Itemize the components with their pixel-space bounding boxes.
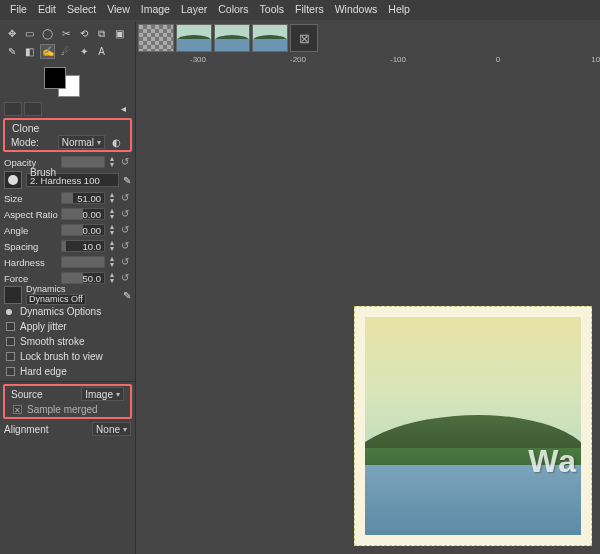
size-reset-icon[interactable]: ↺ xyxy=(119,192,131,204)
apply-jitter-label: Apply jitter xyxy=(20,321,67,332)
highlight-source: Source Image▾ Sample merged xyxy=(3,384,132,419)
watermark-text: Wa xyxy=(528,443,577,480)
force-slider[interactable]: 50.0 xyxy=(61,272,105,284)
force-reset-icon[interactable]: ↺ xyxy=(119,272,131,284)
chevron-down-icon: ▾ xyxy=(123,425,127,434)
image-tab-3[interactable] xyxy=(252,24,288,52)
mode-extra-icon[interactable]: ◐ xyxy=(109,135,124,150)
menu-tools[interactable]: Tools xyxy=(260,3,285,15)
transform-tool-icon[interactable]: ⟲ xyxy=(76,26,91,41)
menu-layer[interactable]: Layer xyxy=(181,3,207,15)
dynamics-preview[interactable] xyxy=(4,286,22,304)
dock-tab-tool-options[interactable] xyxy=(4,102,22,116)
fg-color-swatch[interactable] xyxy=(44,67,66,89)
brush-edit-icon[interactable]: ✎ xyxy=(123,175,131,186)
source-label: Source xyxy=(11,389,43,400)
chevron-down-icon: ▾ xyxy=(116,390,120,399)
hardness-slider[interactable]: 100.0 xyxy=(61,256,105,268)
aspect-label: Aspect Ratio xyxy=(4,209,58,220)
expander-icon xyxy=(6,309,12,315)
hardness-reset-icon[interactable]: ↺ xyxy=(119,256,131,268)
alignment-label: Alignment xyxy=(4,424,48,435)
close-tab-icon[interactable]: ⊠ xyxy=(290,24,318,52)
angle-label: Angle xyxy=(4,225,58,236)
aspect-spinner[interactable]: ▴▾ xyxy=(108,208,116,220)
spacing-slider[interactable]: 10.0 xyxy=(61,240,105,252)
path-tool-icon[interactable]: ✦ xyxy=(76,44,91,59)
menu-edit[interactable]: Edit xyxy=(38,3,56,15)
chevron-down-icon: ▾ xyxy=(97,138,101,147)
dynamics-label: Dynamics xyxy=(26,285,86,294)
spacing-spinner[interactable]: ▴▾ xyxy=(108,240,116,252)
dynamics-edit-icon[interactable]: ✎ xyxy=(123,290,131,301)
sample-merged-checkbox[interactable] xyxy=(13,405,22,414)
size-slider[interactable]: 51.00 xyxy=(61,192,105,204)
menu-select[interactable]: Select xyxy=(67,3,96,15)
apply-jitter-checkbox[interactable] xyxy=(6,322,15,331)
mode-label: Mode: xyxy=(11,137,39,148)
text-tool-icon[interactable]: A xyxy=(94,44,109,59)
opacity-reset-icon[interactable]: ↺ xyxy=(119,156,131,168)
size-label: Size xyxy=(4,193,58,204)
lock-brush-checkbox[interactable] xyxy=(6,352,15,361)
lock-brush-label: Lock brush to view xyxy=(20,351,103,362)
hardness-spinner[interactable]: ▴▾ xyxy=(108,256,116,268)
sample-merged-label: Sample merged xyxy=(27,404,98,415)
source-dropdown[interactable]: Image▾ xyxy=(81,387,124,401)
dock-menu-icon[interactable]: ◂ xyxy=(116,101,131,116)
brush-preview[interactable] xyxy=(4,171,22,189)
hardness-label: Hardness xyxy=(4,257,58,268)
menu-help[interactable]: Help xyxy=(388,3,410,15)
angle-spinner[interactable]: ▴▾ xyxy=(108,224,116,236)
brush-label: Brush xyxy=(30,167,56,178)
warp-tool-icon[interactable]: ⧉ xyxy=(94,26,109,41)
alignment-dropdown[interactable]: None▾ xyxy=(92,422,131,436)
smudge-tool-icon[interactable]: ☄ xyxy=(58,44,73,59)
dock-tab-device[interactable] xyxy=(24,102,42,116)
eraser-tool-icon[interactable]: ◧ xyxy=(22,44,37,59)
dynamics-value[interactable]: Dynamics Off xyxy=(26,294,86,305)
dynamics-options-expander[interactable]: Dynamics Options xyxy=(0,304,135,319)
toolbox: ✥ ▭ ◯ ✂ ⟲ ⧉ ▣ ✎ ◧ ✍ ☄ ✦ A xyxy=(0,24,135,63)
horizontal-ruler: -300 -200 -100 0 100 xyxy=(138,55,600,73)
tool-options-title: Clone xyxy=(7,120,128,134)
angle-reset-icon[interactable]: ↺ xyxy=(119,224,131,236)
menu-filters[interactable]: Filters xyxy=(295,3,324,15)
smooth-stroke-label: Smooth stroke xyxy=(20,336,84,347)
image-tab-2[interactable] xyxy=(214,24,250,52)
vertical-ruler xyxy=(138,73,154,554)
menu-windows[interactable]: Windows xyxy=(335,3,378,15)
opacity-slider[interactable]: 100.0 xyxy=(61,156,105,168)
hard-edge-checkbox[interactable] xyxy=(6,367,15,376)
paintbrush-tool-icon[interactable]: ✎ xyxy=(4,44,19,59)
smooth-stroke-checkbox[interactable] xyxy=(6,337,15,346)
angle-slider[interactable]: 0.00 xyxy=(61,224,105,236)
bucket-tool-icon[interactable]: ▣ xyxy=(112,26,127,41)
canvas-area[interactable]: Wa xyxy=(156,73,600,554)
clone-tool-icon[interactable]: ✍ xyxy=(40,44,55,59)
image-tab-empty[interactable] xyxy=(138,24,174,52)
free-select-tool-icon[interactable]: ◯ xyxy=(40,26,55,41)
spacing-reset-icon[interactable]: ↺ xyxy=(119,240,131,252)
menu-image[interactable]: Image xyxy=(141,3,170,15)
mode-dropdown[interactable]: Normal▾ xyxy=(58,135,105,149)
dock-tabs: ◂ xyxy=(0,101,135,116)
force-spinner[interactable]: ▴▾ xyxy=(108,272,116,284)
crop-tool-icon[interactable]: ✂ xyxy=(58,26,73,41)
force-label: Force xyxy=(4,273,58,284)
menu-bar: File Edit Select View Image Layer Colors… xyxy=(0,0,600,20)
spacing-label: Spacing xyxy=(4,241,58,252)
image-on-canvas[interactable]: Wa xyxy=(354,306,592,546)
menu-view[interactable]: View xyxy=(107,3,130,15)
aspect-reset-icon[interactable]: ↺ xyxy=(119,208,131,220)
menu-file[interactable]: File xyxy=(10,3,27,15)
hard-edge-label: Hard edge xyxy=(20,366,67,377)
opacity-spinner[interactable]: ▴▾ xyxy=(108,156,116,168)
fg-bg-color[interactable] xyxy=(44,67,80,97)
image-tab-1[interactable] xyxy=(176,24,212,52)
move-tool-icon[interactable]: ✥ xyxy=(4,26,19,41)
aspect-slider[interactable]: 0.00 xyxy=(61,208,105,220)
menu-colors[interactable]: Colors xyxy=(218,3,248,15)
size-spinner[interactable]: ▴▾ xyxy=(108,192,116,204)
rect-select-tool-icon[interactable]: ▭ xyxy=(22,26,37,41)
